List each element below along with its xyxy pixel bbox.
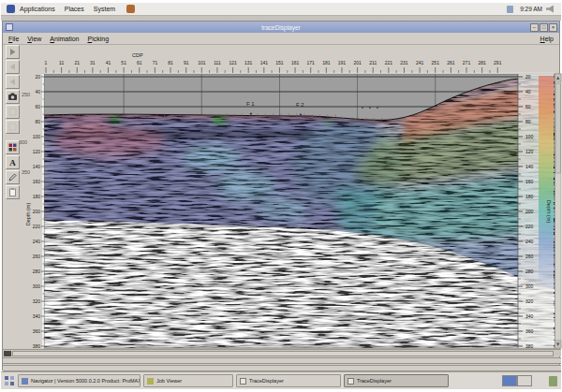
- status-bar-1: [3, 357, 561, 364]
- text-button[interactable]: A: [6, 155, 20, 169]
- seismic-section-canvas[interactable]: F 1F 2CDP1112131415161718191101111121131…: [22, 44, 562, 370]
- menu-help[interactable]: Help: [540, 36, 554, 42]
- workspace-grid-icon[interactable]: [5, 376, 14, 385]
- applications-menu[interactable]: Applications: [20, 6, 55, 12]
- svg-text:80: 80: [35, 119, 40, 124]
- svg-text:161: 161: [291, 60, 300, 65]
- svg-text:61: 61: [137, 60, 142, 65]
- svg-text:11: 11: [59, 60, 64, 65]
- svg-text:191: 191: [338, 60, 347, 65]
- pencil-button[interactable]: [6, 170, 20, 184]
- svg-text:60: 60: [35, 104, 40, 109]
- svg-text:20: 20: [35, 74, 40, 80]
- svg-text:271: 271: [463, 60, 471, 65]
- svg-text:200: 200: [525, 209, 534, 214]
- trace-display-window: traceDisplayer –□× FileViewAnimationPick…: [2, 21, 560, 370]
- svg-text:160: 160: [525, 179, 534, 184]
- svg-text:360: 360: [525, 328, 534, 334]
- svg-text:340: 340: [33, 313, 41, 319]
- svg-text:21: 21: [74, 60, 80, 65]
- svg-text:220: 220: [33, 224, 41, 229]
- volume-icon[interactable]: [546, 6, 554, 13]
- clipboard-button[interactable]: [6, 185, 20, 199]
- right-axis-title: Depth (m): [546, 200, 552, 224]
- system-menu[interactable]: System: [94, 6, 115, 12]
- svg-text:320: 320: [33, 298, 41, 304]
- svg-text:141: 141: [260, 60, 269, 65]
- svg-text:240: 240: [525, 239, 534, 244]
- window-titlebar[interactable]: traceDisplayer –□×: [3, 22, 559, 33]
- depth-colorbar-panel: 2040608010012014016018020022024026028030…: [518, 74, 554, 349]
- horizontal-scrollbar[interactable]: [3, 349, 561, 356]
- svg-text:251: 251: [432, 60, 440, 65]
- places-menu[interactable]: Places: [65, 6, 84, 12]
- svg-text:200: 200: [33, 209, 41, 214]
- window-title: traceDisplayer: [3, 24, 559, 31]
- fault-label-f1: F 1: [246, 101, 255, 107]
- taskbar-item-tracedisplayer-2[interactable]: TraceDisplayer: [344, 374, 449, 387]
- notification-icon[interactable]: [507, 6, 513, 13]
- prev2-button[interactable]: [6, 75, 20, 89]
- taskbar-item-job-viewer[interactable]: Job Viewer: [143, 374, 233, 387]
- tracedisplayer-icon: [240, 378, 246, 385]
- scrollbar-corner[interactable]: [4, 351, 11, 356]
- svg-text:121: 121: [229, 60, 237, 65]
- taskbar-item-tracedisplayer-1[interactable]: TraceDisplayer: [236, 374, 341, 387]
- clock[interactable]: 9:29 AM: [520, 6, 542, 12]
- svg-text:201: 201: [353, 60, 362, 65]
- elevation-label-1: 250: [22, 92, 30, 97]
- svg-text:140: 140: [33, 164, 41, 169]
- svg-text:100: 100: [525, 134, 534, 139]
- svg-text:40: 40: [35, 89, 40, 94]
- left-toolbar: A: [4, 44, 20, 199]
- svg-text:100: 100: [33, 134, 41, 139]
- menu-file[interactable]: File: [8, 36, 19, 42]
- svg-text:181: 181: [322, 60, 331, 65]
- svg-text:221: 221: [385, 60, 393, 65]
- svg-text:91: 91: [184, 60, 189, 65]
- svg-text:291: 291: [494, 60, 502, 65]
- menu-animation[interactable]: Animation: [50, 36, 79, 42]
- navigator-icon: [22, 378, 28, 385]
- elevation-label-3: 350: [22, 169, 30, 175]
- hscroll-thumb[interactable]: [12, 351, 554, 356]
- prev-button[interactable]: [6, 60, 20, 74]
- svg-text:260: 260: [525, 254, 534, 259]
- svg-text:360: 360: [33, 328, 41, 334]
- status-bar-2: [3, 365, 561, 371]
- svg-text:160: 160: [33, 179, 41, 184]
- launcher-icon[interactable]: [126, 5, 135, 13]
- blank2-icon: [7, 119, 18, 136]
- svg-text:380: 380: [525, 343, 534, 349]
- blank2-button[interactable]: [6, 120, 20, 134]
- svg-text:31: 31: [90, 60, 96, 65]
- svg-text:81: 81: [168, 60, 173, 65]
- svg-text:120: 120: [525, 149, 534, 154]
- blank1-button[interactable]: [6, 105, 20, 119]
- taskbar-item-navigator[interactable]: Navigator | Version 5000.0.2.0 Product: …: [18, 374, 140, 387]
- vertical-scrollbar[interactable]: [555, 74, 562, 348]
- job-viewer-icon: [147, 378, 154, 385]
- svg-text:1: 1: [45, 60, 48, 65]
- menu-picking[interactable]: Picking: [88, 36, 110, 42]
- trash-icon[interactable]: [549, 376, 557, 386]
- taskbar: Navigator | Version 5000.0.2.0 Product: …: [1, 371, 561, 389]
- play-button[interactable]: [6, 45, 20, 59]
- camera-button[interactable]: [6, 90, 20, 104]
- workspace-2[interactable]: [517, 375, 532, 386]
- left-depth-axis: 2040608010012014016018020022024026028030…: [25, 74, 44, 349]
- svg-text:280: 280: [525, 269, 534, 274]
- svg-text:240: 240: [33, 239, 41, 244]
- svg-text:260: 260: [33, 254, 41, 259]
- workspace-1[interactable]: [502, 375, 517, 386]
- cdp-axis: CDP1112131415161718191101111121131141151…: [45, 52, 502, 73]
- svg-text:A: A: [9, 158, 16, 167]
- elevation-label-2: 300: [19, 139, 27, 145]
- palette-button[interactable]: [6, 140, 20, 154]
- svg-text:51: 51: [121, 60, 126, 65]
- menu-view[interactable]: View: [27, 36, 41, 42]
- svg-text:281: 281: [478, 60, 486, 65]
- svg-text:180: 180: [525, 194, 534, 199]
- distro-logo-icon[interactable]: [7, 5, 15, 13]
- svg-text:241: 241: [416, 60, 424, 65]
